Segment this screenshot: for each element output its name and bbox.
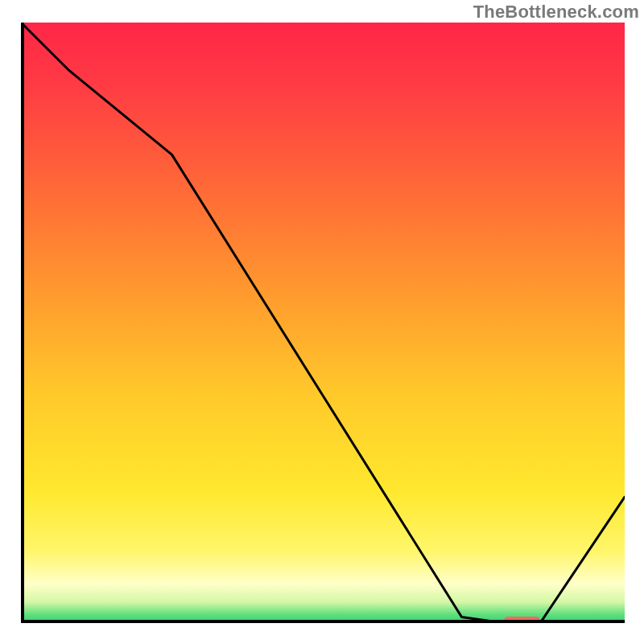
gradient-background — [21, 23, 625, 623]
plot-area — [21, 23, 625, 623]
chart-container: TheBottleneck.com — [0, 0, 644, 644]
watermark-text: TheBottleneck.com — [473, 2, 639, 23]
